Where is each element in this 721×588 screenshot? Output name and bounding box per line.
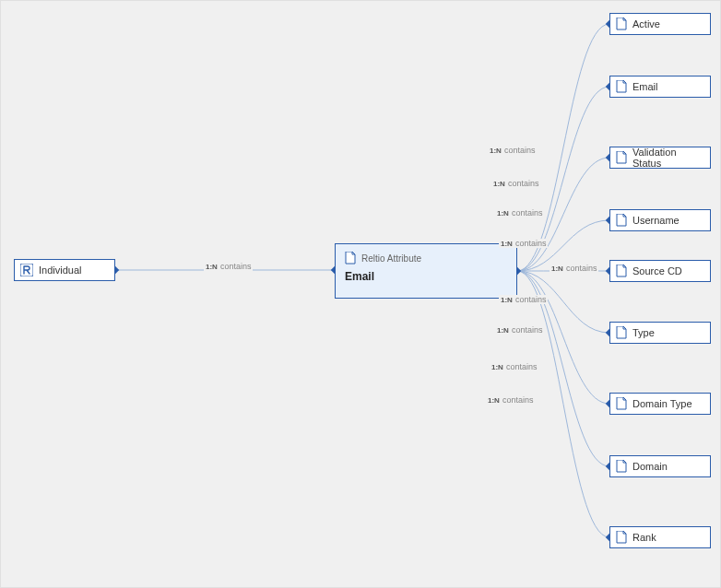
node-source-cd[interactable]: Source CD xyxy=(609,260,711,282)
node-label: Source CD xyxy=(632,265,682,276)
edge-label-r6: 1:Ncontains xyxy=(495,325,544,335)
node-email[interactable]: Email xyxy=(609,76,711,98)
edge-label-r4: 1:Ncontains xyxy=(550,264,598,273)
edge-label-r7: 1:Ncontains xyxy=(490,362,538,371)
edge-label-r3: 1:Ncontains xyxy=(499,239,548,248)
node-label: Validation Status xyxy=(632,147,704,169)
node-label: Type xyxy=(632,327,655,338)
node-rank[interactable]: Rank xyxy=(609,526,711,548)
diagram-canvas: Individual Reltio Attribute Email Active… xyxy=(0,0,721,588)
edge-label-r8: 1:Ncontains xyxy=(486,395,535,405)
node-active[interactable]: Active xyxy=(609,13,711,35)
page-icon xyxy=(616,397,627,410)
edge-label-left: 1:Ncontains xyxy=(204,262,253,271)
edge-label-r5: 1:Ncontains xyxy=(499,295,548,304)
node-label: Rank xyxy=(632,532,656,543)
node-label: Active xyxy=(632,18,660,29)
page-icon xyxy=(616,531,627,544)
page-icon xyxy=(345,252,356,265)
page-icon xyxy=(616,214,627,227)
reltio-r-icon xyxy=(20,264,33,276)
node-title: Email xyxy=(345,270,374,283)
edge-label-r2: 1:Ncontains xyxy=(495,208,544,218)
page-icon xyxy=(616,151,627,164)
node-label: Email xyxy=(632,81,658,92)
edge-label-r1: 1:Ncontains xyxy=(491,179,540,188)
node-label: Individual xyxy=(39,265,81,276)
page-icon xyxy=(616,265,627,277)
edge-center-domaintype xyxy=(517,271,609,404)
node-domain[interactable]: Domain xyxy=(609,455,711,477)
node-individual[interactable]: Individual xyxy=(14,259,115,281)
node-label: Domain Type xyxy=(632,398,692,409)
page-icon xyxy=(616,460,627,473)
node-email-attribute[interactable]: Reltio Attribute Email xyxy=(335,243,517,299)
node-subtitle: Reltio Attribute xyxy=(361,253,421,264)
node-validation-status[interactable]: Validation Status xyxy=(609,147,711,169)
node-domain-type[interactable]: Domain Type xyxy=(609,393,711,415)
edge-label-r0: 1:Ncontains xyxy=(488,146,537,155)
page-icon xyxy=(616,18,627,30)
node-label: Domain xyxy=(632,461,668,472)
page-icon xyxy=(616,326,627,339)
page-icon xyxy=(616,80,627,93)
node-username[interactable]: Username xyxy=(609,209,711,231)
node-label: Username xyxy=(632,215,680,226)
node-type[interactable]: Type xyxy=(609,322,711,344)
